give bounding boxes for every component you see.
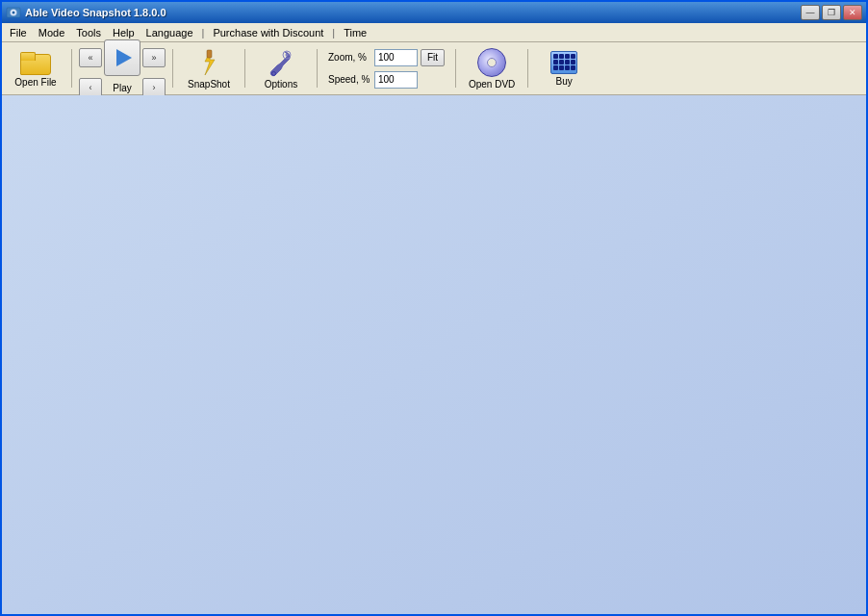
toolbar-sep-5 [455,49,456,88]
zoom-row: Zoom, % Fit [328,49,445,66]
svg-point-7 [286,53,289,56]
buy-grid [553,54,575,70]
minimize-button[interactable]: — [801,5,820,20]
buy-label: Buy [555,76,572,87]
svg-rect-4 [207,50,212,58]
next-frame-icon: › [153,83,156,92]
menu-time[interactable]: Time [338,25,372,40]
prev-frame-button[interactable]: ‹ [79,78,102,97]
snapshot-label: SnapShot [188,79,230,90]
speed-row: Speed, % [328,71,445,89]
options-button[interactable]: Options [252,45,310,91]
toolbar-sep-2 [172,49,173,88]
rewind-icon: « [88,53,92,63]
forward-button[interactable]: » [142,48,166,67]
toolbar-sep-1 [71,49,72,88]
close-button[interactable]: ✕ [843,5,862,20]
app-icon [6,5,21,20]
title-bar: Able Video Snapshot 1.8.0.0 — ❐ ✕ [2,2,866,23]
play-controls-group: « » ‹ Play › [79,39,166,97]
restore-button[interactable]: ❐ [822,5,841,20]
rewind-button[interactable]: « [79,48,102,67]
toolbar-sep-6 [527,49,528,88]
play-button[interactable] [104,39,140,76]
separator-2: | [329,27,338,38]
zoom-label: Zoom, % [328,52,371,63]
open-dvd-button[interactable]: Open DVD [463,45,521,91]
zoom-input[interactable] [374,49,418,66]
menu-help[interactable]: Help [107,25,140,40]
options-icon [266,48,296,77]
dvd-icon [477,48,506,77]
buy-icon [550,51,577,74]
prev-frame-icon: ‹ [89,83,92,92]
snapshot-icon [193,48,224,77]
separator-1: | [199,27,208,38]
title-bar-left: Able Video Snapshot 1.8.0.0 [6,5,166,20]
play-step-row: ‹ Play › [79,78,166,97]
speed-label: Speed, % [328,74,371,85]
toolbar-sep-4 [317,49,318,88]
open-dvd-label: Open DVD [469,79,515,90]
menu-file[interactable]: File [4,25,33,40]
snapshot-button[interactable]: SnapShot [180,45,238,91]
play-label: Play [104,83,140,93]
toolbar: Open File « » ‹ Play [2,42,866,95]
play-triangle-icon [116,49,132,66]
zoom-speed-controls: Zoom, % Fit Speed, % [324,47,448,90]
buy-button[interactable]: Buy [535,45,593,91]
next-frame-button[interactable]: › [142,78,166,97]
svg-point-2 [13,12,15,14]
title-bar-buttons: — ❐ ✕ [801,5,862,20]
forward-icon: » [151,53,156,63]
fit-button[interactable]: Fit [421,49,445,66]
menu-purchase[interactable]: Purchase with Discount [207,25,329,40]
menu-tools[interactable]: Tools [70,25,107,40]
main-window: Able Video Snapshot 1.8.0.0 — ❐ ✕ File M… [0,0,868,616]
menu-mode[interactable]: Mode [33,25,71,40]
toolbar-sep-3 [244,49,245,88]
window-title: Able Video Snapshot 1.8.0.0 [25,7,166,18]
main-content-area [2,95,866,614]
options-label: Options [265,79,297,90]
open-file-button[interactable]: Open File [7,45,64,91]
play-nav-row: « » [79,39,166,76]
folder-icon [20,50,51,75]
speed-input[interactable] [374,71,418,89]
open-file-label: Open File [14,77,56,88]
menu-language[interactable]: Language [140,25,199,40]
